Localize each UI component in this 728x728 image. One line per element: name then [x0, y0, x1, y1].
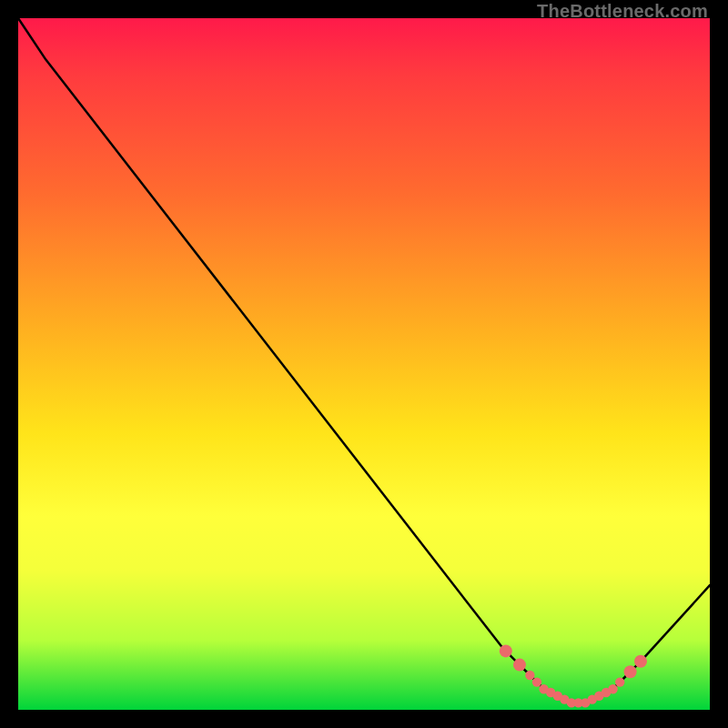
highlight-dot — [513, 659, 526, 672]
highlight-dot — [608, 684, 617, 693]
highlight-dot — [624, 665, 637, 678]
highlight-dot — [532, 677, 541, 686]
highlight-dot — [634, 655, 647, 668]
plot-area — [18, 18, 710, 710]
highlight-dot — [500, 644, 512, 657]
highlight-dot — [525, 671, 534, 680]
chart-stage: TheBottleneck.com — [0, 0, 728, 728]
bottleneck-curve — [18, 18, 710, 710]
highlight-dot — [615, 677, 624, 686]
curve-line — [18, 18, 710, 703]
